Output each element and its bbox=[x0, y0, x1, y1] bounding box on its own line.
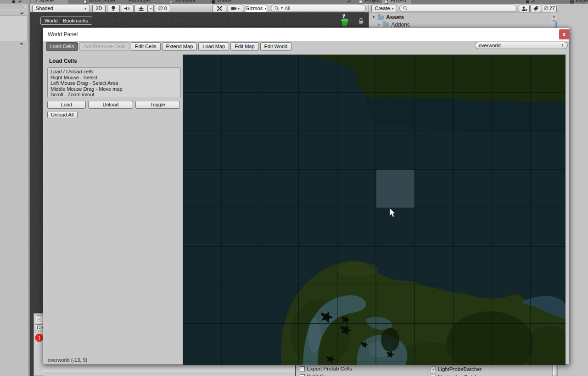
tab-edit-world[interactable]: Edit World bbox=[260, 42, 292, 51]
effects-dropdown[interactable]: ▾ bbox=[148, 5, 154, 12]
help-line: Load / Unload cells bbox=[50, 69, 178, 75]
mode-tabs-row: Load Cells Add/Remove Cells Edit Cells E… bbox=[46, 42, 291, 51]
info-circle-icon: i bbox=[570, 0, 574, 4]
project-hidden-count: 27 bbox=[549, 5, 555, 12]
game-icon bbox=[212, 0, 215, 4]
grid-hash-icon: # bbox=[34, 0, 37, 3]
shading-mode-dropdown[interactable]: Shaded ▾ bbox=[32, 5, 90, 12]
tree-row-assets[interactable]: ▼ Assets bbox=[372, 14, 546, 21]
toggle-button[interactable]: Toggle bbox=[135, 101, 180, 109]
panel-menu-icon[interactable]: ▾≡ bbox=[347, 0, 351, 4]
help-box: Load / Unload cells Right Mouse - Select… bbox=[47, 67, 181, 98]
panel-menu-icon[interactable]: ▾≡ bbox=[20, 42, 23, 46]
tab-load-map[interactable]: Load Map bbox=[198, 42, 229, 51]
tab-scene[interactable]: Scene bbox=[39, 0, 54, 3]
bookmarks-button[interactable]: Bookmarks bbox=[59, 17, 92, 25]
csharp-script-icon: c# bbox=[431, 366, 436, 372]
world-select-value: overworld bbox=[479, 43, 501, 48]
world-map-viewport[interactable] bbox=[183, 55, 566, 365]
tab-project-right[interactable]: Project bbox=[391, 0, 406, 3]
tab-asset-store[interactable]: Asset Store bbox=[89, 0, 115, 3]
tab-animator[interactable]: Animator bbox=[175, 0, 196, 3]
unload-all-button[interactable]: Unload All bbox=[47, 111, 78, 118]
console-doc-icon[interactable] bbox=[36, 315, 42, 323]
wrench-tools-icon bbox=[217, 6, 223, 11]
console-error-icon[interactable]: ! bbox=[35, 334, 43, 342]
scene-search-filter: All bbox=[285, 6, 290, 11]
scene-toolbar: Shaded ▾ 2D ▾ ∅ 0 ▾ Gizmos ▾ bbox=[30, 4, 369, 12]
eye-off-icon: ∅ bbox=[158, 5, 162, 12]
lock-icon[interactable] bbox=[358, 17, 364, 24]
help-line: Right Mouse - Select bbox=[50, 75, 178, 81]
build-checkbox[interactable] bbox=[300, 374, 305, 376]
chevron-down-icon: ▾ bbox=[150, 7, 151, 11]
unity-editor-root: ▾≡ ▾≡ Shaded ▾ 2D ▾ ∅ 0 ▾ bbox=[0, 0, 588, 376]
highlighted-map-cell[interactable] bbox=[376, 170, 414, 208]
map-dark-clump bbox=[381, 328, 399, 352]
gizmos-dropdown[interactable]: Gizmos ▾ bbox=[245, 5, 267, 12]
chevron-down-icon: ▾ bbox=[281, 6, 283, 10]
help-line: Middle Mouse Drag - Move map bbox=[50, 86, 178, 92]
file-lightprobebatcher[interactable]: LightProbeBatcher bbox=[438, 366, 482, 372]
create-dropdown-button[interactable]: Create ▾ bbox=[371, 5, 397, 12]
panel-menu-icon[interactable]: ▾≡ bbox=[532, 0, 535, 4]
updown-arrows-icon: ▲▼ bbox=[562, 44, 564, 47]
left-panel-searchfield[interactable] bbox=[0, 4, 26, 10]
scene-gizmo-axis-label: y bbox=[342, 12, 345, 18]
tab-load-cells[interactable]: Load Cells bbox=[46, 42, 78, 51]
file-navigationbatch-partial[interactable]: Navigation Batch bbox=[438, 374, 478, 376]
tools-button[interactable] bbox=[213, 5, 226, 12]
folder-icon bbox=[378, 16, 384, 20]
load-button[interactable]: Load bbox=[47, 101, 86, 109]
scene-search-input[interactable]: ▾ All bbox=[271, 5, 366, 12]
search-icon bbox=[274, 6, 279, 11]
doc-icon bbox=[385, 0, 388, 4]
tab-inspector[interactable]: Inspec bbox=[576, 0, 588, 3]
camera-dropdown-button[interactable]: ▾ bbox=[228, 5, 243, 12]
help-line: Scroll - Zoom in/out bbox=[50, 92, 178, 98]
panel-menu-icon[interactable]: ▾≡ bbox=[18, 0, 22, 4]
tab-packages[interactable]: Packages bbox=[129, 0, 151, 3]
document-lines-icon bbox=[36, 316, 42, 323]
animator-icon bbox=[169, 0, 172, 3]
tab-edit-map[interactable]: Edit Map bbox=[230, 42, 258, 51]
unload-button[interactable]: Unload bbox=[88, 101, 133, 109]
left-panel-preview bbox=[0, 15, 28, 41]
scene-gizmo-y-cone-icon[interactable] bbox=[338, 18, 352, 28]
chevron-down-icon: ▾ bbox=[392, 7, 394, 11]
panel-icon bbox=[526, 0, 529, 3]
tab-project-left[interactable]: Project bbox=[365, 0, 381, 3]
project-search-input[interactable] bbox=[399, 5, 517, 12]
tab-extend-map[interactable]: Extend Map bbox=[162, 42, 197, 51]
tab-game[interactable]: Game bbox=[218, 0, 231, 3]
create-label: Create bbox=[375, 5, 390, 12]
favorites-filter-button[interactable] bbox=[519, 5, 530, 12]
beneath-left-band bbox=[43, 365, 295, 376]
left-panel-column bbox=[0, 0, 28, 376]
close-button[interactable]: x bbox=[559, 29, 569, 39]
chevron-down-icon: ▾ bbox=[238, 7, 240, 11]
sidebar-header: Load Cells bbox=[49, 58, 77, 64]
project-hidden-counter[interactable]: ∅ 27 bbox=[542, 5, 557, 12]
lighting-toggle-button[interactable] bbox=[107, 5, 120, 12]
tree-row-addons[interactable]: ▶ Addons bbox=[378, 21, 548, 28]
audio-toggle-button[interactable] bbox=[121, 5, 134, 12]
tab-edit-cells[interactable]: Edit Cells bbox=[131, 42, 160, 51]
scrollbar-up-button[interactable]: ▲ bbox=[551, 13, 557, 19]
tab-add-remove-cells[interactable]: Add/Remove Cells bbox=[79, 42, 129, 51]
world-panel-titlebar[interactable]: World Panel x bbox=[43, 28, 569, 41]
camera-icon bbox=[231, 6, 236, 11]
export-prefab-cells-checkbox[interactable] bbox=[300, 366, 305, 371]
foldout-closed-icon[interactable]: ▶ bbox=[378, 23, 381, 27]
2d-toggle-button[interactable]: 2D bbox=[92, 5, 106, 12]
label-filter-button[interactable] bbox=[530, 5, 541, 12]
hidden-objects-counter[interactable]: ∅ 0 bbox=[155, 5, 170, 12]
shading-mode-label: Shaded bbox=[36, 5, 53, 12]
bottom-scrollbar-continuation[interactable] bbox=[552, 365, 558, 376]
chevron-down-icon: ▾ bbox=[264, 7, 266, 11]
foldout-open-icon[interactable]: ▼ bbox=[372, 16, 375, 19]
gizmos-label: Gizmos bbox=[246, 5, 263, 12]
effects-toggle-button[interactable] bbox=[134, 5, 148, 12]
world-select-dropdown[interactable]: overworld ▲▼ bbox=[475, 42, 568, 49]
editor-tab-strip: ▾≡ # Scene Asset Store Packages Animator… bbox=[0, 0, 588, 4]
